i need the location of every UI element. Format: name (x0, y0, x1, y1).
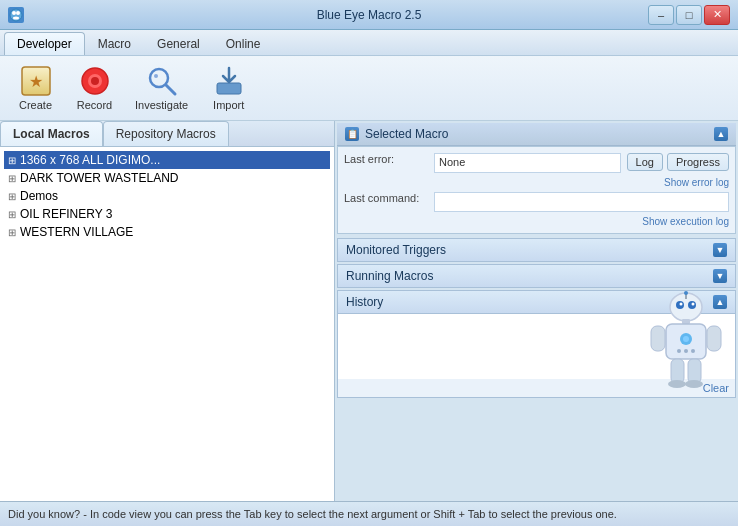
tab-repository-macros[interactable]: Repository Macros (103, 121, 229, 146)
expand-icon-4: ⊞ (8, 227, 16, 238)
svg-point-16 (680, 303, 683, 306)
macro-item-label-2: Demos (20, 189, 58, 203)
list-item[interactable]: ⊞ Demos (4, 187, 330, 205)
record-button[interactable]: Record (67, 60, 122, 116)
close-button[interactable]: ✕ (704, 5, 730, 25)
app-title: Blue Eye Macro 2.5 (317, 8, 422, 22)
robot-svg (641, 289, 731, 389)
list-item[interactable]: ⊞ DARK TOWER WASTELAND (4, 169, 330, 187)
macro-list: ⊞ 1366 x 768 ALL DIGIMO... ⊞ DARK TOWER … (0, 147, 334, 510)
svg-point-25 (684, 349, 688, 353)
menu-tab-developer[interactable]: Developer (4, 32, 85, 55)
running-macros-section: Running Macros ▼ (337, 264, 736, 288)
svg-rect-29 (671, 359, 684, 383)
investigate-icon (146, 65, 178, 97)
macro-item-label-0: 1366 x 768 ALL DIGIMO... (20, 153, 160, 167)
selected-macro-icon: 📋 (345, 127, 359, 141)
title-bar: Blue Eye Macro 2.5 – □ ✕ (0, 0, 738, 30)
create-button[interactable]: ★ Create (8, 60, 63, 116)
menu-bar: Developer Macro General Online (0, 30, 738, 56)
selected-macro-collapse[interactable]: ▲ (714, 127, 728, 141)
panel-tabs: Local Macros Repository Macros (0, 121, 334, 147)
svg-point-23 (683, 336, 689, 342)
running-macros-chevron: ▼ (713, 269, 727, 283)
create-label: Create (19, 99, 52, 111)
minimize-button[interactable]: – (648, 5, 674, 25)
tab-local-macros[interactable]: Local Macros (0, 121, 103, 146)
show-error-log-link[interactable]: Show error log (344, 177, 729, 188)
expand-icon-3: ⊞ (8, 209, 16, 220)
history-section: History ▲ (337, 290, 736, 398)
right-content: 📋 Selected Macro ▲ Last error: None Log … (335, 121, 738, 510)
last-command-value (434, 192, 729, 212)
menu-tab-macro[interactable]: Macro (85, 32, 144, 55)
import-icon (213, 65, 245, 97)
history-body (338, 314, 735, 379)
progress-button[interactable]: Progress (667, 153, 729, 171)
macro-item-label-1: DARK TOWER WASTELAND (20, 171, 178, 185)
import-label: Import (213, 99, 244, 111)
last-error-value: None (434, 153, 621, 173)
create-icon: ★ (20, 65, 52, 97)
expand-icon-2: ⊞ (8, 191, 16, 202)
menu-tab-online[interactable]: Online (213, 32, 274, 55)
svg-rect-30 (688, 359, 701, 383)
investigate-button[interactable]: Investigate (126, 60, 197, 116)
history-label: History (346, 295, 383, 309)
log-button[interactable]: Log (627, 153, 663, 171)
left-panel: Local Macros Repository Macros ⊞ 1366 x … (0, 121, 335, 510)
svg-point-19 (684, 291, 688, 295)
list-item[interactable]: ⊞ WESTERN VILLAGE (4, 223, 330, 241)
status-text: Did you know? - In code view you can pre… (8, 508, 617, 520)
last-error-label: Last error: (344, 153, 434, 165)
macro-item-label-3: OIL REFINERY 3 (20, 207, 112, 221)
main-content: Local Macros Repository Macros ⊞ 1366 x … (0, 121, 738, 510)
monitored-triggers-header[interactable]: Monitored Triggers ▼ (338, 239, 735, 261)
last-command-label: Last command: (344, 192, 434, 204)
investigate-label: Investigate (135, 99, 188, 111)
last-command-row: Last command: (344, 192, 729, 212)
maximize-button[interactable]: □ (676, 5, 702, 25)
svg-rect-12 (217, 83, 241, 94)
expand-icon-1: ⊞ (8, 173, 16, 184)
menu-tab-general[interactable]: General (144, 32, 213, 55)
svg-rect-28 (707, 326, 721, 351)
svg-point-2 (16, 11, 20, 15)
svg-point-3 (13, 16, 19, 19)
svg-line-10 (166, 85, 175, 94)
record-label: Record (77, 99, 112, 111)
expand-icon-0: ⊞ (8, 155, 16, 166)
app-icon (8, 7, 24, 23)
svg-point-24 (677, 349, 681, 353)
svg-point-26 (691, 349, 695, 353)
svg-point-17 (692, 303, 695, 306)
running-macros-label: Running Macros (346, 269, 433, 283)
selected-macro-panel: Last error: None Log Progress Show error… (337, 146, 736, 234)
svg-point-11 (154, 74, 158, 78)
list-item[interactable]: ⊞ OIL REFINERY 3 (4, 205, 330, 223)
list-item[interactable]: ⊞ 1366 x 768 ALL DIGIMO... (4, 151, 330, 169)
import-button[interactable]: Import (201, 60, 256, 116)
svg-text:★: ★ (29, 73, 43, 90)
show-execution-log-link[interactable]: Show execution log (344, 216, 729, 227)
record-icon (79, 65, 111, 97)
svg-point-1 (12, 11, 16, 15)
monitored-triggers-label: Monitored Triggers (346, 243, 446, 257)
monitored-triggers-chevron: ▼ (713, 243, 727, 257)
selected-macro-title: Selected Macro (365, 127, 448, 141)
robot-area (641, 289, 731, 379)
monitored-triggers-section: Monitored Triggers ▼ (337, 238, 736, 262)
window-controls: – □ ✕ (648, 5, 730, 25)
svg-point-31 (668, 380, 686, 388)
last-error-row: Last error: None Log Progress (344, 153, 729, 173)
svg-point-8 (91, 77, 99, 85)
running-macros-header[interactable]: Running Macros ▼ (338, 265, 735, 287)
svg-rect-27 (651, 326, 665, 351)
toolbar: ★ Create Record Investigate (0, 56, 738, 121)
macro-item-label-4: WESTERN VILLAGE (20, 225, 133, 239)
svg-point-32 (685, 380, 703, 388)
title-bar-left (8, 7, 24, 23)
status-bar: Did you know? - In code view you can pre… (0, 501, 738, 526)
